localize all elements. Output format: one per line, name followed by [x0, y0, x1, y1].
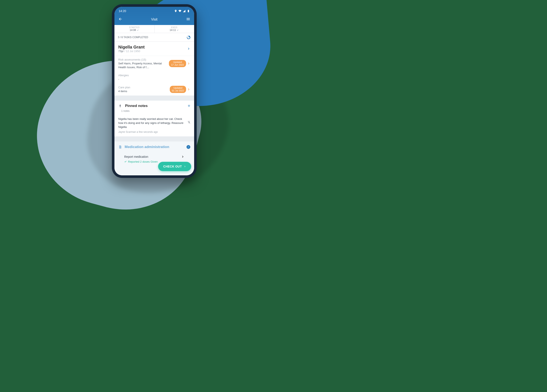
careplan-value: 4 items [118, 89, 170, 93]
pinned-notes-section: Pinned notes + 1 notes Nigella has been … [115, 101, 194, 136]
chevron-right-icon [187, 88, 190, 91]
completed-check-icon [186, 145, 190, 149]
risk-label: Risk assessments (15) [118, 58, 169, 61]
updated-badge: Updated 01 Jul 2022 [170, 86, 186, 93]
chevron-right-icon [181, 155, 184, 158]
care-plan-row[interactable]: Care plan 4 items Updated 01 Jul 2022 [115, 84, 194, 96]
pinned-notes-title: Pinned notes [125, 104, 148, 108]
document-icon [118, 145, 122, 149]
location-icon [174, 10, 177, 13]
unpin-icon[interactable] [187, 120, 191, 124]
pinned-note-meta: Jayne Scarman a few seconds ago [115, 130, 194, 136]
nav-bar: Visit [115, 14, 194, 25]
patient-header-row[interactable]: Nigella Grant 73yr / 12 Jul 1950 [115, 42, 194, 56]
started-value: 14:08 [130, 29, 136, 32]
checkout-button[interactable]: CHECK OUT [158, 162, 191, 171]
back-button[interactable] [118, 17, 123, 22]
tasks-completed-text: 3 / 6 TASKS COMPLETED [118, 36, 148, 39]
risk-assessments-row[interactable]: Risk assessments (15) Self Harm, Propert… [115, 56, 194, 72]
status-bar: 14:20 [115, 7, 194, 14]
ends-value: 14:11 [170, 29, 176, 32]
status-icons [174, 10, 190, 13]
updated-badge: Updated 17 Jun 2022 [169, 60, 186, 67]
pin-icon [118, 104, 122, 108]
chevron-right-icon [187, 62, 190, 65]
visit-times: STARTED 14:08 ENDS 14:11 [115, 25, 194, 33]
medication-title: Medication administration [125, 145, 184, 149]
check-icon [124, 160, 127, 163]
chevron-right-icon [184, 165, 186, 167]
risk-summary: Self Harm, Property Access, Mental Healt… [118, 62, 169, 69]
page-title: Visit [151, 18, 157, 21]
battery-icon [187, 10, 190, 13]
careplan-label: Care plan [118, 86, 170, 89]
pinned-notes-count: 1 notes [121, 109, 194, 115]
menu-button[interactable] [186, 17, 190, 22]
allergies-value: - [118, 77, 190, 81]
pinned-note-body[interactable]: Nigella has been really worried about he… [115, 115, 194, 130]
ends-time[interactable]: ENDS 14:11 [155, 25, 194, 33]
add-note-button[interactable]: + [188, 103, 190, 109]
signal-icon [183, 10, 186, 13]
content-scroll[interactable]: Nigella Grant 73yr / 12 Jul 1950 Risk as… [115, 42, 194, 175]
edit-icon [177, 29, 179, 31]
report-medication-row[interactable]: Report medication [118, 153, 190, 159]
phone-frame: 14:20 Visit STARTED [112, 4, 197, 178]
progress-circle-icon [186, 35, 191, 39]
app-screen: 14:20 Visit STARTED [115, 7, 194, 175]
ends-label: ENDS [155, 26, 194, 29]
clock-time: 14:20 [119, 9, 126, 13]
patient-age: 73yr [118, 50, 123, 53]
wifi-icon [178, 10, 181, 13]
allergies-label: Allergies [118, 74, 190, 77]
allergies-row[interactable]: Allergies - [115, 72, 194, 84]
started-label: STARTED [115, 26, 154, 29]
app-header: 14:20 Visit [115, 7, 194, 25]
edit-icon [137, 29, 139, 31]
tasks-progress-bar[interactable]: 3 / 6 TASKS COMPLETED [115, 33, 194, 42]
started-time[interactable]: STARTED 14:08 [115, 25, 155, 33]
medication-section-header[interactable]: Medication administration [115, 141, 194, 153]
patient-name: Nigella Grant [118, 45, 144, 50]
patient-dob: / 12 Jul 1950 [124, 50, 140, 53]
report-medication-label: Report medication [124, 155, 148, 158]
chevron-right-icon [187, 47, 190, 50]
